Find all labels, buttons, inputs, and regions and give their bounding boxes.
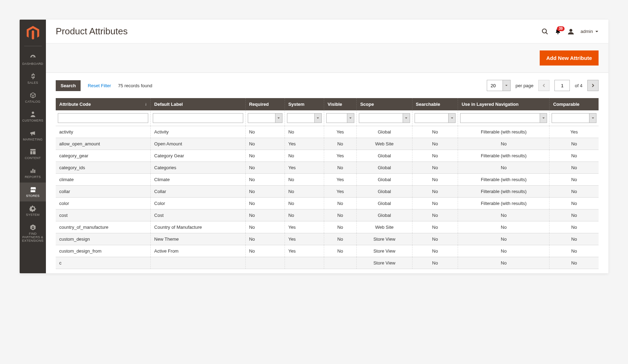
column-filter-cell xyxy=(412,110,458,126)
column-header[interactable]: Use in Layered Navigation xyxy=(458,98,550,110)
sidebar-item-find-partners-extensions[interactable]: FIND PARTNERS & EXTENSIONS xyxy=(20,220,46,246)
user-menu[interactable]: admin xyxy=(581,29,599,34)
table-cell: Categories xyxy=(151,162,246,174)
top-actions: 39 admin xyxy=(541,28,599,35)
filter-select[interactable] xyxy=(287,113,322,123)
column-filter-cell xyxy=(285,110,324,126)
table-cell: No xyxy=(458,221,550,233)
table-cell: No xyxy=(458,138,550,150)
filter-input[interactable] xyxy=(153,113,243,123)
table-cell: No xyxy=(324,221,356,233)
table-cell: No xyxy=(412,174,458,186)
filter-select[interactable] xyxy=(326,113,354,123)
sidebar-item-sales[interactable]: SALES xyxy=(20,69,46,88)
column-header[interactable]: Searchable xyxy=(412,98,458,110)
chevron-down-icon xyxy=(540,114,547,123)
table-cell: No xyxy=(458,233,550,245)
per-page-value: 20 xyxy=(487,80,503,91)
table-cell: Store View xyxy=(356,233,412,245)
table-cell: No xyxy=(245,150,285,162)
sidebar-item-content[interactable]: CONTENT xyxy=(20,145,46,164)
sidebar-item-reports[interactable]: REPORTS xyxy=(20,164,46,183)
column-filter-cell xyxy=(324,110,356,126)
table-row[interactable]: category_idsCategoriesNoYesNoGlobalNoNoN… xyxy=(56,162,599,174)
reset-filter-link[interactable]: Reset Filter xyxy=(88,83,111,88)
table-cell: No xyxy=(285,198,324,210)
table-cell: Store View xyxy=(356,245,412,257)
prev-page-button[interactable] xyxy=(538,80,550,91)
table-cell: No xyxy=(412,257,458,269)
table-cell: No xyxy=(550,233,599,245)
layout-icon xyxy=(29,148,36,155)
table-row[interactable]: custom_design_fromActive FromNoYesNoStor… xyxy=(56,245,599,257)
filter-select[interactable] xyxy=(248,113,282,123)
sidebar-item-catalog[interactable]: CATALOG xyxy=(20,88,46,107)
next-page-button[interactable] xyxy=(587,80,599,91)
table-row[interactable]: custom_designNew ThemeNoYesNoStore ViewN… xyxy=(56,233,599,245)
table-row[interactable]: activityActivityNoNoYesGlobalNoFilterabl… xyxy=(56,126,599,138)
table-cell: No xyxy=(285,186,324,198)
table-cell: Global xyxy=(356,186,412,198)
search-icon[interactable] xyxy=(541,28,548,35)
sidebar-item-stores[interactable]: STORES xyxy=(20,183,46,201)
search-button[interactable]: Search xyxy=(56,80,81,91)
column-header[interactable]: Scope xyxy=(356,98,412,110)
filter-select[interactable] xyxy=(460,113,547,123)
table-row[interactable]: colorColorNoNoNoGlobalNoFilterable (with… xyxy=(56,198,599,210)
table-cell xyxy=(245,257,285,269)
add-new-attribute-button[interactable]: Add New Attribute xyxy=(540,50,599,66)
column-header[interactable]: Visible xyxy=(324,98,356,110)
filter-select[interactable] xyxy=(359,113,410,123)
sidebar-item-dashboard[interactable]: DASHBOARD xyxy=(20,50,46,69)
table-row[interactable]: cStore ViewNoNoNo xyxy=(56,257,599,269)
sidebar-item-label: MARKETING xyxy=(23,138,42,142)
table-cell: Yes xyxy=(324,174,356,186)
table-cell: category_ids xyxy=(56,162,151,174)
table-row[interactable]: allow_open_amountOpen AmountNoYesNoWeb S… xyxy=(56,138,599,150)
table-cell: Store View xyxy=(356,257,412,269)
grid-controls: Search Reset Filter 75 records found 20 … xyxy=(46,73,608,98)
records-found-label: 75 records found xyxy=(118,83,152,88)
per-page-select[interactable]: 20 xyxy=(487,80,511,91)
column-header[interactable]: System xyxy=(285,98,324,110)
column-header[interactable]: Comparable xyxy=(550,98,599,110)
column-header[interactable]: Required xyxy=(245,98,285,110)
sidebar-item-label: CUSTOMERS xyxy=(22,119,43,123)
action-bar: Add New Attribute xyxy=(46,43,608,73)
column-label: Required xyxy=(249,102,269,107)
filter-select[interactable] xyxy=(415,113,456,123)
per-page-label: per page xyxy=(516,83,533,88)
magento-logo[interactable] xyxy=(23,23,42,42)
column-header[interactable]: Attribute Code↓ xyxy=(56,98,151,110)
table-row[interactable]: costCostNoNoNoGlobalNoNoNo xyxy=(56,210,599,221)
table-row[interactable]: collarCollarNoNoYesGlobalNoFilterable (w… xyxy=(56,186,599,198)
table-row[interactable]: climateClimateNoNoYesGlobalNoFilterable … xyxy=(56,174,599,186)
chevron-down-icon xyxy=(589,114,596,123)
chevron-down-icon xyxy=(314,114,321,123)
table-cell: Filterable (with results) xyxy=(458,198,550,210)
table-cell: No xyxy=(550,210,599,221)
page-input[interactable] xyxy=(554,80,570,91)
column-label: Comparable xyxy=(553,102,579,107)
table-cell: Yes xyxy=(285,233,324,245)
notifications-icon[interactable]: 39 xyxy=(555,28,561,35)
sidebar-item-system[interactable]: SYSTEM xyxy=(20,201,46,220)
sidebar-item-label: DASHBOARD xyxy=(22,62,43,66)
filter-input[interactable] xyxy=(58,113,148,123)
table-row[interactable]: country_of_manufactureCountry of Manufac… xyxy=(56,221,599,233)
table-cell: No xyxy=(458,210,550,221)
table-cell: No xyxy=(412,245,458,257)
table-cell: No xyxy=(324,210,356,221)
table-row[interactable]: category_gearCategory GearNoNoYesGlobalN… xyxy=(56,150,599,162)
filter-select[interactable] xyxy=(552,113,596,123)
svg-rect-3 xyxy=(34,170,35,173)
chevron-down-icon xyxy=(275,114,282,123)
column-header[interactable]: Default Label xyxy=(151,98,246,110)
table-cell: No xyxy=(324,162,356,174)
sidebar-item-marketing[interactable]: MARKETING xyxy=(20,126,46,145)
table-cell: Global xyxy=(356,198,412,210)
table-cell: No xyxy=(245,138,285,150)
user-avatar-icon[interactable] xyxy=(567,28,574,35)
svg-line-5 xyxy=(546,32,547,34)
sidebar-item-customers[interactable]: CUSTOMERS xyxy=(20,107,46,126)
